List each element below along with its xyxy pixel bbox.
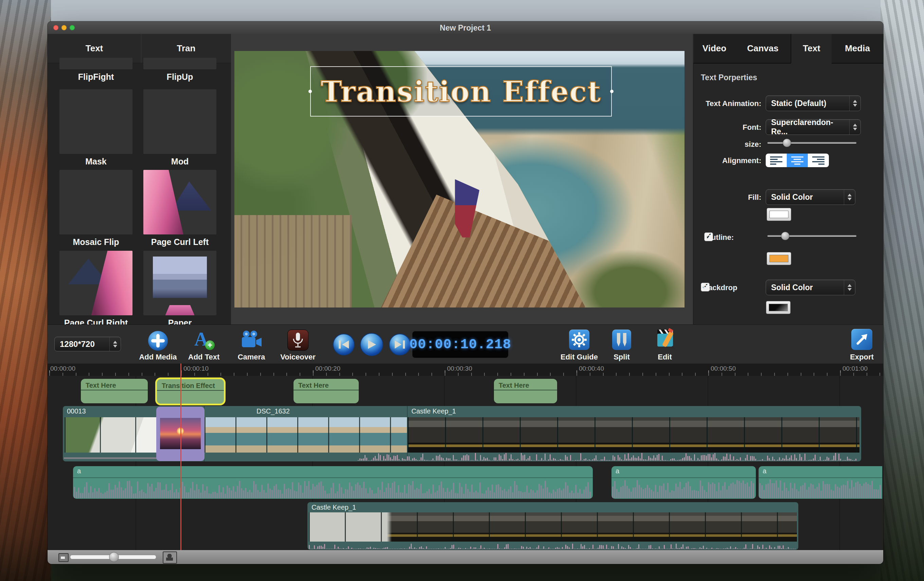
text-clip-label: Text Here (298, 381, 329, 390)
size-slider[interactable] (767, 139, 856, 147)
transition-item-mosaic-flip[interactable]: Mosaic Flip (59, 170, 132, 247)
transition-label: Mosaic Flip (59, 237, 132, 247)
stepper-arrows-icon (844, 280, 855, 295)
align-center-button[interactable] (787, 154, 808, 167)
edit-button[interactable] (655, 328, 676, 349)
tab-text[interactable]: Text (791, 34, 832, 64)
filmstrip-dsc1632[interactable] (205, 417, 407, 452)
tab-video[interactable]: Video (693, 34, 735, 64)
transition-thumbnail[interactable] (144, 58, 216, 69)
edit-label: Edit (658, 353, 672, 361)
fill-color-swatch[interactable] (767, 208, 791, 221)
outline-color-swatch[interactable] (767, 252, 791, 265)
transition-item-page-curl-left[interactable]: Page Curl Left (144, 170, 216, 247)
transition-thumbnail[interactable] (59, 251, 132, 315)
audio-clip-label: a (77, 467, 81, 475)
tab-video-label: Video (703, 43, 726, 54)
gear-eye-icon (571, 332, 587, 348)
timecode-display: 00:00:10.218 (412, 330, 509, 358)
tab-text-label: Text (86, 43, 103, 54)
timeline-area[interactable]: Text Here Transition Effect Text Here Te… (48, 376, 883, 550)
timeline-ruler[interactable]: 00:00:00 00:00:10 00:00:20 00:00:30 00:0… (48, 363, 883, 376)
resolution-dropdown[interactable]: 1280*720 (54, 337, 121, 351)
tab-media[interactable]: Media (832, 34, 883, 64)
wood-deck-texture (378, 195, 586, 307)
align-right-icon (812, 156, 825, 165)
selection-handle-right[interactable] (610, 90, 614, 93)
text-clip-selected[interactable]: Transition Effect (155, 378, 226, 405)
preview-text-selection-box[interactable]: Transition Effect (310, 66, 612, 117)
timeline-zoom-bar (48, 550, 883, 564)
transition-thumbnail[interactable] (144, 89, 216, 154)
tab-canvas[interactable]: Canvas (735, 34, 791, 64)
voiceover-button[interactable] (287, 330, 309, 351)
backdrop-dropdown[interactable]: Solid Color (766, 280, 855, 295)
video-clip-label: DSC_1632 (256, 408, 290, 415)
text-clip-label: Transition Effect (162, 382, 215, 390)
transition-item-paper[interactable]: Paper (144, 251, 216, 328)
transition-item-mask[interactable]: Mask (59, 89, 132, 167)
align-left-button[interactable] (766, 154, 787, 167)
selection-handle-left[interactable] (309, 90, 312, 93)
slider-knob[interactable] (783, 139, 791, 147)
preview-overlay-text[interactable]: Transition Effect (321, 75, 601, 108)
camera-icon (241, 330, 262, 349)
zoom-in-thumbnails-icon[interactable] (163, 551, 177, 564)
timeline-zoom-knob[interactable] (109, 552, 119, 562)
zoom-out-thumbnails-icon[interactable] (58, 553, 69, 562)
text-clip[interactable]: Text Here (81, 379, 148, 403)
backdrop-color-swatch[interactable] (766, 301, 790, 314)
transition-item-flipfight[interactable]: FlipFight (59, 58, 132, 82)
skip-back-button[interactable] (333, 333, 355, 355)
transition-thumbnail[interactable] (59, 170, 132, 234)
split-label: Split (614, 353, 630, 361)
audio-clip[interactable]: a (759, 466, 882, 499)
window-title: New Project 1 (48, 23, 883, 33)
fill-label: Fill: (703, 193, 761, 202)
transition-item-mod[interactable]: Mod (144, 89, 216, 167)
alignment-group (766, 154, 829, 167)
stepper-arrows-icon (109, 337, 120, 351)
outline-slider[interactable] (767, 232, 856, 240)
text-animation-value: Static (Default) (771, 99, 826, 108)
bottom-video-track[interactable]: Castle Keep_1 (307, 502, 798, 550)
edit-guide-button[interactable] (569, 330, 589, 350)
add-media-button[interactable] (148, 331, 168, 351)
transition-thumbnail[interactable] (59, 89, 132, 154)
main-toolbar: 1280*720 Add Media A + Add Text Camera (48, 325, 883, 364)
transition-thumbnail[interactable] (144, 251, 216, 315)
transition-label: Mask (59, 157, 132, 167)
transition-thumbnail[interactable] (144, 170, 216, 234)
transition-label: FlipFight (59, 72, 132, 82)
transition-item-page-curl-right[interactable]: Page Curl Right (59, 251, 132, 328)
export-button[interactable] (851, 329, 872, 350)
split-icon (615, 332, 628, 347)
filmstrip-castle-keep-2[interactable] (309, 512, 797, 541)
playhead[interactable] (180, 363, 182, 550)
font-dropdown[interactable]: Superclarendon-Re... (766, 119, 861, 135)
skip-forward-button[interactable] (389, 333, 411, 355)
slider-track[interactable] (767, 142, 856, 144)
align-right-button[interactable] (808, 154, 829, 167)
audio-clip[interactable]: a (73, 466, 593, 499)
skip-forward-icon (394, 340, 406, 349)
text-clip-label: Text Here (86, 381, 116, 390)
voiceover-label: Voiceover (280, 353, 315, 361)
text-animation-dropdown[interactable]: Static (Default) (766, 96, 861, 111)
filmstrip-castle-keep[interactable] (408, 417, 860, 452)
outline-color-orange (769, 255, 789, 262)
camera-label: Camera (238, 353, 265, 361)
align-left-icon (769, 156, 783, 165)
camera-button[interactable] (241, 330, 262, 349)
transition-thumbnail[interactable] (59, 58, 132, 69)
play-button[interactable] (360, 333, 383, 356)
audio-clip[interactable]: a (612, 466, 756, 499)
fill-dropdown[interactable]: Solid Color (766, 189, 855, 205)
text-clip[interactable]: Text Here (294, 379, 359, 403)
add-text-button[interactable]: A + (194, 330, 216, 351)
slider-knob[interactable] (781, 232, 789, 240)
transition-label: Page Curl Left (144, 237, 216, 247)
split-button[interactable] (612, 330, 631, 350)
text-clip[interactable]: Text Here (494, 379, 557, 403)
transition-item-flipup[interactable]: FlipUp (144, 58, 216, 82)
